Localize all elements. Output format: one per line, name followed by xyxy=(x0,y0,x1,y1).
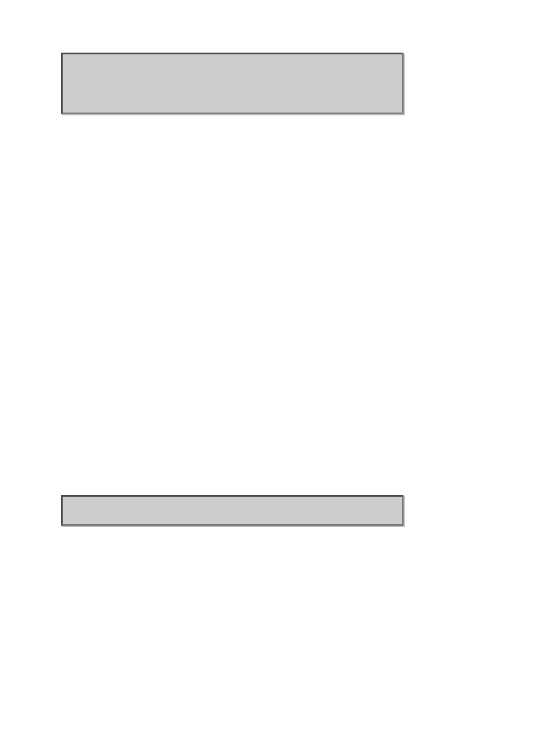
gray-box-bottom xyxy=(61,495,404,526)
document-page xyxy=(0,0,534,756)
gray-box-top xyxy=(61,53,404,114)
